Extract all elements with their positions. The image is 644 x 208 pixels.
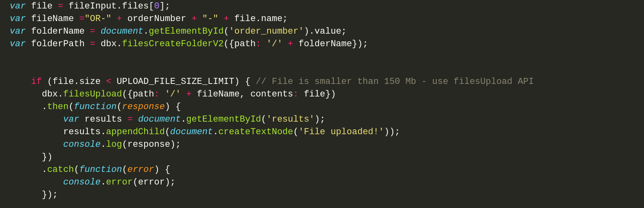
- code-line: console.log(response);: [10, 139, 181, 150]
- code-line: var file = fileInput.files[0];: [10, 1, 170, 11]
- code-line: });: [10, 190, 58, 200]
- code-line: .catch(function(error) {: [10, 165, 170, 175]
- code-line: }): [10, 152, 53, 162]
- code-line: var folderPath = dbx.filesCreateFolderV2…: [10, 39, 368, 49]
- code-line: console.error(error);: [10, 177, 175, 187]
- code-line: var folderName = document.getElementById…: [10, 26, 347, 36]
- code-line: var results = document.getElementById('r…: [10, 114, 325, 124]
- code-line: var fileName ="OR-" + orderNumber + "-" …: [10, 14, 288, 24]
- code-line: if (file.size < UPLOAD_FILE_SIZE_LIMIT) …: [10, 77, 534, 87]
- code-editor[interactable]: var file = fileInput.files[0]; var fileN…: [0, 0, 644, 201]
- code-line: dbx.filesUpload({path: '/' + fileName, c…: [10, 89, 336, 99]
- code-line: .then(function(response) {: [10, 102, 181, 112]
- code-line: results.appendChild(document.createTextN…: [10, 127, 400, 137]
